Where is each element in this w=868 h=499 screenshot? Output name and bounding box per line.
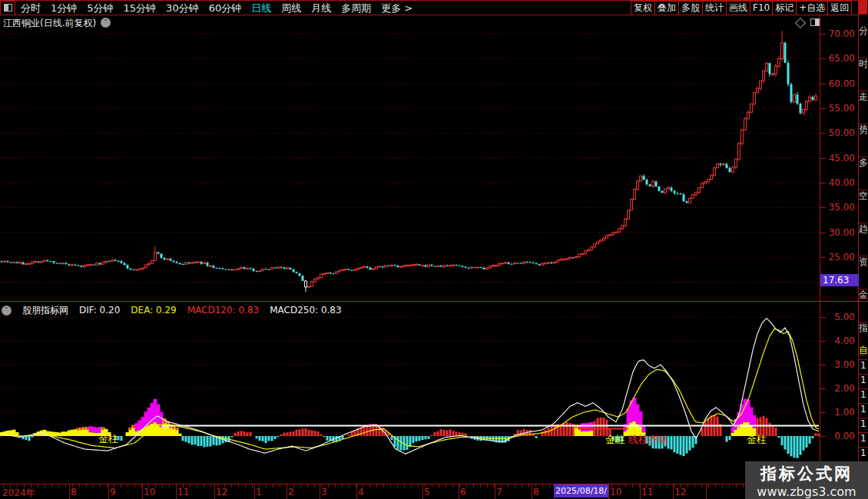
axis-minor-tick	[515, 484, 515, 487]
watermark: 指标公式网 www.zbgs3.com	[745, 461, 868, 499]
axis-label: 11	[641, 487, 653, 497]
indicator-scale-label: 3.00	[834, 359, 855, 370]
axis-month-boundary	[673, 484, 674, 499]
strip-number[interactable]: 1	[859, 448, 868, 462]
scale-tick	[820, 84, 826, 84]
axis-minor-tick	[439, 484, 439, 487]
signal-label: 金柱	[98, 433, 118, 444]
axis-minor-tick	[335, 484, 336, 487]
time-axis[interactable]: 2024年89101112123456781011122025/08/18/一	[0, 484, 820, 499]
axis-label: 12	[216, 487, 227, 497]
button-tongji[interactable]: 统计	[702, 1, 727, 15]
strip-number[interactable]: 1	[859, 418, 868, 433]
button-huaxian[interactable]: 画线	[726, 1, 750, 15]
axis-minor-tick	[128, 484, 128, 487]
axis-minor-tick	[197, 484, 197, 487]
axis-minor-tick	[58, 484, 59, 487]
axis-minor-tick	[452, 484, 453, 487]
button-diejia[interactable]: 叠加	[654, 1, 679, 15]
axis-minor-tick	[280, 484, 280, 487]
indicator-header: ˅ 股朋指标网 DIF: 0.20DEA: 0.29MACD120: 0.83M…	[2, 304, 342, 316]
menu-item-weekly[interactable]: 周线	[281, 1, 301, 15]
axis-month-boundary	[422, 484, 423, 499]
topbar-divider	[0, 15, 868, 15]
axis-month-boundary	[69, 484, 70, 499]
indicator-value-0: DIF: 0.20	[79, 305, 120, 316]
axis-minor-tick	[190, 484, 190, 487]
axis-minor-tick	[107, 484, 108, 487]
axis-label: 8	[533, 487, 539, 497]
axis-minor-tick	[660, 484, 661, 487]
strip-number[interactable]: 1	[859, 404, 868, 418]
menu-item-5min[interactable]: 5分钟	[87, 1, 113, 15]
axis-minor-tick	[701, 484, 702, 487]
indicator-value-1: DEA: 0.29	[131, 305, 176, 316]
axis-minor-tick	[300, 484, 301, 487]
strip-number[interactable]: 1	[859, 375, 868, 389]
strip-red-cell[interactable]	[859, 0, 867, 15]
strip-item-highlight[interactable]: 自	[859, 345, 867, 360]
pane-divider[interactable]	[0, 301, 868, 302]
chevron-down-icon[interactable]: ˅	[2, 306, 12, 316]
axis-minor-tick	[722, 484, 723, 487]
axis-minor-tick	[65, 484, 66, 487]
axis-minor-tick	[743, 484, 744, 487]
menu-item-monthly[interactable]: 月线	[311, 1, 331, 15]
axis-minor-tick	[369, 484, 370, 487]
indicator-scale-label: 1.00	[834, 407, 855, 418]
menu-item-more[interactable]: 更多 >	[381, 1, 412, 15]
indicator-name[interactable]: 股朋指标网	[22, 304, 68, 317]
axis-minor-tick	[376, 484, 377, 487]
axis-minor-tick	[694, 484, 695, 487]
scale-tick	[820, 341, 826, 342]
menu-item-multi-period[interactable]: 多周期	[341, 1, 371, 15]
axis-month-boundary	[320, 484, 320, 499]
indicator-scale: 5.004.003.002.001.000.00	[820, 302, 858, 484]
axis-minor-tick	[51, 484, 52, 487]
axis-minor-tick	[549, 484, 550, 487]
button-biaoji[interactable]: 标记	[772, 1, 797, 15]
strip-number[interactable]: 1	[859, 389, 868, 404]
axis-minor-tick	[397, 484, 398, 487]
diamond-icon[interactable]	[795, 18, 806, 28]
axis-minor-tick	[729, 484, 730, 487]
right-sidebar-strip: 分时走势多空趋资金指自11111111	[859, 0, 868, 499]
axis-month-boundary	[706, 484, 707, 499]
menu-item-15min[interactable]: 15分钟	[124, 1, 157, 15]
axis-minor-tick	[625, 484, 626, 487]
candles-group	[1, 31, 817, 292]
axis-minor-tick	[252, 484, 253, 487]
panel-icon[interactable]	[810, 18, 820, 26]
axis-month-boundary	[495, 484, 495, 499]
axis-minor-tick	[687, 484, 688, 487]
strip-number[interactable]: 1	[859, 360, 868, 375]
axis-minor-tick	[528, 484, 529, 487]
strip-number[interactable]: 1	[859, 433, 868, 448]
menu-item-60min[interactable]: 60分钟	[209, 1, 242, 15]
axis-label: 9	[110, 487, 116, 497]
axis-label: 5	[424, 487, 430, 497]
axis-minor-tick	[473, 484, 474, 487]
topbar: 分时1分钟5分钟15分钟30分钟60分钟日线周线月线多周期更多 > 复权叠加多股…	[0, 0, 868, 15]
watermark-title: 指标公式网	[745, 463, 868, 484]
layout-icon[interactable]	[0, 1, 15, 15]
axis-label: 6	[460, 487, 466, 497]
price-scale-label: 60.00	[829, 78, 855, 89]
menu-item-1min[interactable]: 1分钟	[51, 1, 77, 15]
axis-month-boundary	[142, 484, 143, 499]
menu-item-30min[interactable]: 30分钟	[166, 1, 199, 15]
button-f10[interactable]: F10	[750, 1, 773, 15]
axis-month-boundary	[287, 484, 287, 499]
menu-item-fenshi[interactable]: 分时	[21, 1, 41, 15]
menu-item-daily[interactable]: 日线	[251, 1, 271, 15]
chevron-down-icon[interactable]: ˅	[101, 18, 111, 28]
axis-label: 3	[321, 487, 327, 497]
axis-label: 2	[288, 487, 294, 497]
axis-minor-tick	[162, 484, 163, 487]
axis-label: 10	[610, 487, 621, 497]
axis-month-boundary	[459, 484, 459, 499]
axis-minor-tick	[736, 484, 737, 487]
axis-minor-tick	[404, 484, 405, 487]
button-duogu[interactable]: 多股	[678, 1, 703, 15]
button-fuquan[interactable]: 复权	[631, 1, 655, 15]
